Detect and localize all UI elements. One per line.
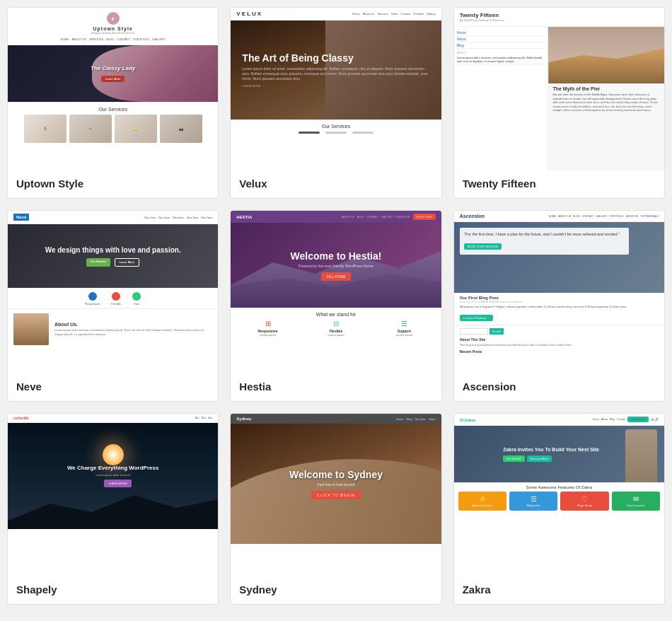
- theme-card-twenty-fifteen[interactable]: Twenty Fifteen My WordPress Website & Bu…: [453, 7, 665, 199]
- theme-card-neve[interactable]: Neve Nav Item Nav Item Nav Item Nav Item…: [7, 210, 219, 402]
- zakra-hero-title: Zakra Invites You To Build Your Next Sit…: [503, 446, 622, 453]
- velux-services-title: Our Services: [231, 120, 441, 132]
- sydney-hero-title: Welcome to Sydney: [289, 469, 383, 480]
- shapely-hero-input-row: LEARN MORE: [67, 480, 159, 487]
- ascension-nav-portfolio: PORTFOLIO: [610, 215, 624, 218]
- neve-icon-circle-3: [132, 292, 141, 301]
- hestia-feature-flexible: ⊟ Flexible Lorem ipsum: [305, 320, 367, 337]
- velux-nav-about: About Us: [363, 12, 374, 16]
- velux-nav-contact: Contact: [401, 12, 411, 16]
- zakra-feature-label-1: Awesome Feature: [473, 504, 492, 507]
- ascension-post-text: What gives into a blog post? Helpful, in…: [460, 305, 659, 309]
- zakra-feature-icon-1: ⚡: [478, 495, 487, 503]
- neve-nav-2: Nav Item: [158, 216, 170, 219]
- velux-bar-1: [299, 132, 320, 134]
- zakra-feature-4: ✉ Easy Customize: [612, 492, 660, 511]
- uptown-nav-about: ABOUT US: [72, 37, 86, 41]
- velux-label: Velux: [231, 170, 441, 198]
- theme-card-velux[interactable]: VELUX Home About Us Services Team Contac…: [230, 7, 441, 199]
- uptown-service-1: 🪑: [24, 115, 66, 143]
- shapely-search-button: LEARN MORE: [104, 480, 131, 487]
- shapely-label: Shapely: [8, 576, 218, 604]
- theme-grid: ♦ Uptown Style Elegant Jewelry WordPress…: [7, 7, 665, 605]
- uptown-header: ♦ Uptown Style Elegant Jewelry WordPress…: [8, 8, 218, 45]
- zakra-feature-icon-2: ☰: [531, 495, 537, 503]
- neve-icon-label-1: Responsive: [85, 302, 100, 306]
- zakra-primary-button: Get Started: [503, 455, 524, 462]
- sydney-hero-button: CLICK TO BEGIN: [311, 491, 361, 499]
- hestia-feature-icon-2: ⊟: [305, 320, 367, 327]
- velux-nav-portfolio: Portfolio: [413, 12, 424, 16]
- uptown-services-grid: 🪑 ✏ 💡 📷: [8, 115, 218, 149]
- ascension-search-box: Search: [460, 328, 572, 335]
- uptown-nav-home: HOME: [61, 37, 69, 41]
- hestia-feature-icon-3: ☰: [373, 320, 435, 327]
- ascension-label: Ascension: [454, 373, 664, 401]
- hestia-nav-2: BLOG: [357, 216, 364, 219]
- twenty-header: Twenty Fifteen My WordPress Website & Bu…: [454, 8, 664, 27]
- sydney-hero-sub: Feel free to look around: [289, 482, 383, 487]
- zakra-hero: Zakra Invites You To Build Your Next Sit…: [454, 426, 664, 482]
- hestia-hero: Welcome to Hestia! Powered by the most f…: [231, 223, 441, 308]
- hestia-logo: HESTIA: [236, 215, 252, 219]
- theme-card-hestia[interactable]: HESTIA ABOUT US BLOG CONTACT GALLERY POR…: [230, 210, 441, 402]
- zakra-nav-1: Home: [593, 418, 599, 421]
- ascension-widget-text: This blog is a good place to introduce y…: [460, 343, 572, 347]
- uptown-subtitle: Elegant Jewelry WordPress theme: [8, 31, 218, 35]
- hestia-topbar: HESTIA ABOUT US BLOG CONTACT GALLERY POR…: [231, 211, 441, 223]
- ascension-nav: HOME ABOUT US BLOG CONTACT GALLERY PORTF…: [549, 215, 659, 218]
- hestia-feature-text-3: Lorem ipsum: [373, 333, 435, 337]
- ascension-nav-about: ABOUT US: [558, 215, 571, 218]
- uptown-service-4: 📷: [160, 115, 202, 143]
- theme-card-shapely[interactable]: colorlib Nav Nav Nav We Charge Everythin…: [7, 413, 219, 605]
- shapely-search-field: [94, 480, 103, 487]
- ascension-sidebar-area: Search About This Site This blog is a go…: [454, 325, 664, 356]
- hestia-hero-sub: Powered by the most friendly WordPress t…: [291, 264, 382, 268]
- hestia-hero-button: FILL FORM: [321, 272, 351, 281]
- velux-hero: The Art of Being Classy Lorem ipsum dolo…: [231, 21, 441, 120]
- zakra-nav-icons: ⚙ 🔗: [651, 417, 659, 422]
- uptown-hero-title: The Classy Lady: [91, 65, 135, 72]
- zakra-hero-person: [625, 429, 657, 482]
- velux-nav: Home About Us Services Team Contact Port…: [352, 12, 435, 16]
- ascension-logo: Ascension: [460, 214, 485, 219]
- hestia-nav-4: GALLERY: [381, 216, 393, 219]
- uptown-services-title: Our Services: [8, 102, 218, 115]
- uptown-nav-gallery: GALLERY: [152, 37, 165, 41]
- sydney-nav-services: Services: [415, 417, 426, 421]
- ascension-widget-title: About This Site: [460, 337, 572, 342]
- neve-nav-1: Nav Item: [144, 216, 156, 219]
- theme-card-uptown-style[interactable]: ♦ Uptown Style Elegant Jewelry WordPress…: [7, 7, 219, 199]
- theme-card-zakra[interactable]: ⊡ Zakra Home About Blog Contact Customiz…: [453, 413, 665, 605]
- velux-topbar: VELUX Home About Us Services Team Contac…: [231, 8, 441, 21]
- neve-secondary-button: Learn More: [115, 258, 140, 266]
- sydney-nav-blog: Blog: [407, 417, 412, 421]
- theme-card-ascension[interactable]: Ascension HOME ABOUT US BLOG CONTACT GAL…: [453, 210, 665, 402]
- zakra-nav-3: Blog: [610, 418, 615, 421]
- neve-about-section: About Us. Lorem ipsum dolor sit amet, co…: [8, 309, 218, 349]
- neve-about-content: About Us. Lorem ipsum dolor sit amet, co…: [54, 322, 212, 336]
- velux-nav-services: Services: [377, 12, 388, 16]
- zakra-secondary-button: Discover More: [527, 455, 552, 462]
- neve-icon-1: Responsive: [85, 292, 100, 306]
- twenty-header-title: Twenty Fifteen: [460, 12, 659, 18]
- twenty-sidebar-about-link: Lorem ipsum dolor sit amet, consectetur …: [457, 55, 545, 64]
- hestia-feature-support: ☰ Support Lorem ipsum: [373, 320, 435, 337]
- neve-icons-row: Responsive Flexible Fast: [8, 288, 218, 309]
- neve-hero-text: We design things with love and passion. …: [45, 245, 181, 266]
- hestia-nav: ABOUT US BLOG CONTACT GALLERY PORTFOLIO …: [342, 214, 436, 220]
- ascension-nav-gallery: GALLERY: [596, 215, 607, 218]
- hestia-hero-title: Welcome to Hestia!: [291, 250, 382, 262]
- shapely-nav: Nav Nav Nav: [195, 417, 213, 419]
- neve-icon-circle-2: [112, 292, 120, 301]
- sydney-nav-team: Team: [429, 417, 436, 421]
- theme-card-sydney[interactable]: Sydney Home Blog Services Team Welcome t…: [230, 413, 441, 605]
- hestia-nav-cta: SHOP NOW: [413, 214, 436, 220]
- velux-hero-sub: Lorem ipsum dolor sit amet, consectetur …: [242, 66, 429, 81]
- twenty-tagline: My WordPress Website & Business: [460, 18, 659, 22]
- ascension-quote-text: "For the first time, I have a plan for t…: [464, 232, 625, 238]
- twenty-post-text: Named after the fashion of the Middle Ag…: [552, 93, 660, 112]
- velux-bar-2: [325, 132, 347, 134]
- hestia-nav-3: CONTACT: [367, 216, 379, 219]
- zakra-feature-label-4: Easy Customize: [627, 504, 644, 507]
